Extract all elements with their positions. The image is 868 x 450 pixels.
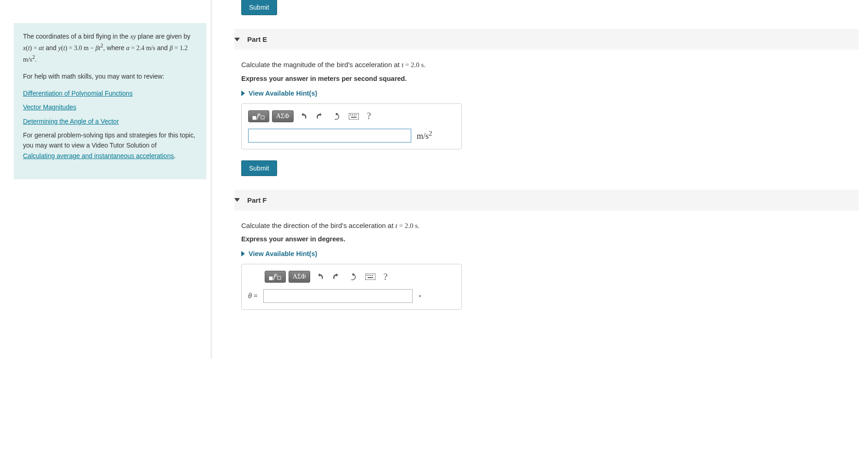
svg-rect-12: [365, 273, 375, 280]
text: and: [155, 44, 170, 51]
part-e-body: Calculate the magnitude of the bird's ac…: [241, 60, 859, 176]
part-f-answer-box: □ ΑΣΦ ?: [241, 264, 462, 310]
keyboard-icon[interactable]: [346, 110, 362, 122]
input-row: θ = ∘: [248, 289, 455, 303]
time-value: t = 2.0 s: [396, 222, 418, 229]
part-f-instruction: Express your answer in degrees.: [241, 235, 859, 243]
chevron-right-icon: [241, 91, 245, 96]
reset-icon[interactable]: [346, 271, 360, 283]
help-intro: For help with math skills, you may want …: [23, 71, 197, 81]
part-e-instruction: Express your answer in meters per second…: [241, 75, 859, 82]
link-vector-magnitudes[interactable]: Vector Magnitudes: [23, 102, 76, 112]
svg-rect-11: [278, 276, 281, 279]
text: and: [44, 44, 58, 51]
svg-rect-0: [253, 116, 256, 120]
text: plane are given by: [136, 33, 190, 40]
part-e-submit-button[interactable]: Submit: [241, 160, 277, 176]
theta-prefix: θ =: [248, 292, 258, 300]
link-angle-vector[interactable]: Determining the Angle of a Vector: [23, 116, 119, 126]
part-e-answer-box: □ ΑΣΦ ?: [241, 103, 462, 149]
reset-icon[interactable]: [329, 110, 343, 122]
keyboard-icon[interactable]: [363, 271, 378, 283]
problem-statement-panel: The coordinates of a bird flying in the …: [0, 0, 211, 359]
link-video-tutor[interactable]: Calculating average and instantaneous ac…: [23, 151, 174, 161]
time-value: t = 2.0 s: [402, 61, 424, 68]
svg-rect-4: [350, 114, 351, 115]
text: Calculate the magnitude of the bird's ac…: [241, 61, 402, 68]
text: The coordinates of a bird flying in the: [23, 33, 130, 40]
collapse-icon[interactable]: [234, 38, 240, 41]
part-e-title: Part E: [247, 35, 267, 43]
template-icon[interactable]: □: [265, 271, 286, 283]
text: For general problem-solving tips and str…: [23, 131, 195, 149]
redo-icon[interactable]: [313, 110, 327, 122]
equation-toolbar: □ ΑΣΦ ?: [248, 110, 455, 122]
svg-rect-14: [369, 275, 369, 276]
svg-rect-9: [269, 277, 272, 280]
part-f-question: Calculate the direction of the bird's ac…: [241, 221, 859, 231]
part-f-answer-input[interactable]: [263, 289, 413, 303]
part-f-header: Part F: [234, 190, 859, 211]
part-e-answer-input[interactable]: [248, 129, 411, 142]
eq-alpha: α = 2.4 m/s: [126, 45, 155, 51]
general-tips: For general problem-solving tips and str…: [23, 130, 197, 165]
answer-panel: Submit Part E Calculate the magnitude of…: [211, 0, 868, 359]
problem-box: The coordinates of a bird flying in the …: [14, 23, 206, 179]
part-e-header: Part E: [234, 29, 859, 50]
xy-plane: xy: [130, 33, 136, 40]
unit-label: m/s2: [417, 130, 432, 141]
svg-rect-15: [370, 275, 371, 276]
part-f-body: Calculate the direction of the bird's ac…: [241, 221, 859, 310]
svg-rect-13: [367, 275, 368, 276]
greek-letters-button[interactable]: ΑΣΦ: [272, 110, 294, 122]
text: .: [35, 56, 37, 63]
input-row: m/s2: [248, 129, 455, 142]
part-e-question: Calculate the magnitude of the bird's ac…: [241, 60, 859, 70]
svg-rect-16: [372, 275, 373, 276]
svg-rect-2: [261, 116, 264, 119]
equation-toolbar: □ ΑΣΦ ?: [265, 271, 455, 283]
help-icon[interactable]: ?: [364, 110, 374, 122]
hints-label: View Available Hint(s): [249, 90, 317, 97]
svg-rect-3: [349, 113, 359, 120]
hints-label: View Available Hint(s): [249, 250, 317, 257]
collapse-icon[interactable]: [234, 198, 240, 202]
undo-icon[interactable]: [313, 271, 327, 283]
unit-label: ∘: [418, 293, 422, 300]
help-icon[interactable]: ?: [381, 271, 391, 283]
part-f-title: Part F: [247, 196, 267, 204]
greek-letters-button[interactable]: ΑΣΦ: [289, 271, 310, 283]
eq-y: y(t) = 3.0 m − βt2: [58, 45, 103, 51]
submit-button-top[interactable]: Submit: [241, 0, 277, 15]
hints-toggle[interactable]: View Available Hint(s): [241, 250, 859, 257]
text: .: [424, 61, 425, 68]
template-icon[interactable]: □: [248, 110, 269, 122]
hints-toggle[interactable]: View Available Hint(s): [241, 90, 859, 97]
eq-x: x(t) = αt: [23, 45, 44, 51]
svg-rect-17: [368, 277, 373, 278]
text: , where: [103, 44, 126, 51]
svg-rect-7: [356, 114, 357, 115]
text: .: [174, 152, 176, 159]
redo-icon[interactable]: [329, 271, 343, 283]
link-differentiation[interactable]: Differentiation of Polynomial Functions: [23, 88, 133, 98]
undo-icon[interactable]: [296, 110, 310, 122]
text: .: [418, 222, 420, 229]
svg-rect-8: [351, 117, 357, 118]
chevron-right-icon: [241, 251, 245, 256]
svg-rect-5: [352, 114, 353, 115]
svg-rect-6: [354, 114, 355, 115]
problem-equations: The coordinates of a bird flying in the …: [23, 31, 197, 65]
text: Calculate the direction of the bird's ac…: [241, 222, 396, 229]
